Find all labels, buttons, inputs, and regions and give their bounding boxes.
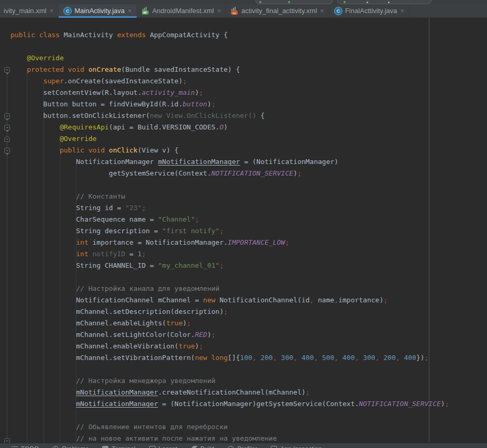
todo-icon [12, 446, 18, 448]
fold-marker-icon[interactable]: − [4, 148, 10, 154]
build-icon [191, 446, 197, 448]
fold-marker-icon[interactable]: − [4, 125, 10, 130]
run-status-dot [288, 1, 290, 3]
tab-activity-main-xml[interactable]: ivity_main.xml × [0, 4, 59, 17]
tab-label: FinalActtivity.java [345, 7, 397, 15]
file-bars-glyph [142, 7, 147, 10]
app-inspection-icon [271, 446, 277, 448]
toolwindow-label: Build [201, 445, 215, 448]
run-icon-dot [344, 1, 346, 3]
run-controls-widget[interactable] [337, 0, 431, 4]
tab-label: activity_final_acttivity.xml [241, 7, 317, 15]
xml-tag [231, 10, 238, 15]
tool-window-bar: TODO Problems Terminal Logcat Build Prof… [0, 443, 487, 448]
code-editor[interactable]: − − − − − − public class MainActivity ex… [0, 18, 487, 443]
toolwindow-label: Profiler [237, 445, 257, 448]
java-class-icon: C [334, 7, 342, 15]
toolwindow-todo[interactable]: TODO [12, 445, 39, 448]
tab-mainactivity-java[interactable]: C MainActivity.java × [59, 4, 137, 17]
toolwindow-app-inspection[interactable]: App Inspection [271, 445, 322, 448]
manifest-tag: MF [142, 10, 149, 15]
fold-marker-icon[interactable]: − [4, 113, 10, 119]
logcat-icon [149, 446, 156, 448]
toolbar-dot [367, 2, 368, 3]
toolwindow-label: Logcat [159, 445, 178, 448]
toolwindow-label: Terminal [112, 445, 135, 448]
toolwindow-build[interactable]: Build [191, 445, 215, 448]
editor-tab-bar: ivity_main.xml × C MainActivity.java × M… [0, 4, 487, 18]
device-selector-widget[interactable] [256, 0, 333, 4]
toolwindow-label: App Inspection [280, 445, 322, 448]
main-toolbar-clipped [0, 0, 487, 4]
toolwindow-problems[interactable]: Problems [52, 445, 88, 448]
run-status-dot [259, 1, 261, 3]
tab-label: ivity_main.xml [4, 7, 47, 15]
profiler-icon [228, 446, 234, 448]
code-block[interactable]: public class MainActivity extends AppCom… [10, 18, 449, 443]
file-bars-glyph [231, 7, 236, 10]
terminal-icon [102, 446, 108, 448]
toolwindow-terminal[interactable]: Terminal [102, 445, 135, 448]
close-icon[interactable]: × [320, 7, 324, 15]
toolwindow-logcat[interactable]: Logcat [149, 445, 178, 448]
fold-marker-icon[interactable]: − [4, 67, 10, 73]
layout-xml-file-icon [231, 7, 239, 15]
tab-androidmanifest-xml[interactable]: MF AndroidManifest.xml × [137, 4, 226, 17]
toolbar-dot [388, 2, 390, 3]
close-icon[interactable]: × [217, 7, 221, 15]
toolwindow-label: TODO [21, 445, 39, 448]
close-icon[interactable]: × [128, 7, 132, 15]
tab-finalacttivity-java[interactable]: C FinalActtivity.java × [329, 4, 409, 17]
fold-marker-lock-icon[interactable]: − [4, 136, 10, 142]
tab-label: MainActivity.java [74, 7, 125, 15]
java-class-icon: C [63, 7, 72, 15]
close-icon[interactable]: × [50, 7, 54, 15]
fold-marker-icon[interactable]: − [4, 438, 10, 443]
problems-icon [52, 446, 59, 448]
tab-activity-final-acttivity-xml[interactable]: activity_final_acttivity.xml × [226, 4, 329, 17]
manifest-file-icon: MF [142, 7, 150, 15]
android-studio-window: { "ui": { "close_glyph": "×", "fold_glyp… [0, 0, 487, 448]
tab-label: AndroidManifest.xml [152, 7, 214, 15]
close-icon[interactable]: × [400, 7, 404, 15]
toolwindow-profiler[interactable]: Profiler [228, 445, 257, 448]
toolwindow-label: Problems [62, 445, 88, 448]
